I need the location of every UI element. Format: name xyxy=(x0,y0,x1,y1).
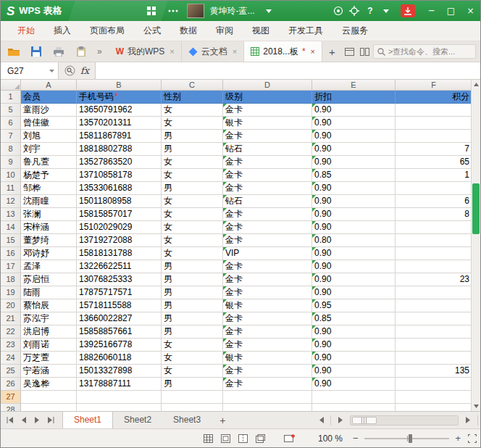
cell-E16[interactable]: 0.90 xyxy=(312,247,396,260)
cell-A19[interactable]: 陆雨 xyxy=(21,286,77,299)
settings-gear-icon[interactable] xyxy=(346,1,362,21)
cell-E24[interactable]: 0.90 xyxy=(312,352,396,365)
cell-C14[interactable]: 女 xyxy=(162,221,223,234)
scroll-up-icon[interactable] xyxy=(472,80,480,89)
cell-C24[interactable]: 女 xyxy=(162,352,223,365)
cell-E19[interactable]: 0.90 xyxy=(312,286,396,299)
row-header-21[interactable]: 21 xyxy=(1,312,21,325)
horizontal-scroll-track[interactable] xyxy=(350,415,459,426)
cell-F8[interactable]: 7 xyxy=(396,143,471,156)
cell-F10[interactable]: 1 xyxy=(396,169,471,182)
cell-D10[interactable]: 金卡 xyxy=(223,169,312,182)
cell-D18[interactable]: 金卡 xyxy=(223,273,312,286)
cell-D7[interactable]: 金卡 xyxy=(223,130,312,143)
sheet-tab-sheet3[interactable]: Sheet3 xyxy=(162,412,212,428)
scroll-left-icon[interactable] xyxy=(315,415,327,426)
zoom-slider[interactable] xyxy=(364,434,450,444)
cell-B23[interactable]: 13925166778 xyxy=(77,339,162,352)
cell-C9[interactable]: 女 xyxy=(162,156,223,169)
close-tab-icon[interactable]: × xyxy=(311,47,315,56)
tab-home[interactable]: 开始 xyxy=(8,21,44,41)
cell-E9[interactable]: 0.90 xyxy=(312,156,396,169)
tab-view[interactable]: 视图 xyxy=(243,21,279,41)
cell-E23[interactable]: 0.90 xyxy=(312,339,396,352)
cell-D5[interactable]: 金卡 xyxy=(223,104,312,117)
minimize-button[interactable]: ─ xyxy=(422,1,441,21)
cell-B19[interactable]: 17875717571 xyxy=(77,286,162,299)
cell-C5[interactable]: 女 xyxy=(162,104,223,117)
cell-F21[interactable] xyxy=(396,312,471,325)
cell-B24[interactable]: 18826060118 xyxy=(77,352,162,365)
cell-C8[interactable]: 男 xyxy=(162,143,223,156)
header-cell-E1[interactable]: 折扣 xyxy=(312,91,396,104)
cell-C10[interactable]: 女 xyxy=(162,169,223,182)
save-icon[interactable] xyxy=(28,43,44,59)
cell-A10[interactable]: 杨楚予 xyxy=(21,169,77,182)
cell-A22[interactable]: 洪启博 xyxy=(21,325,77,339)
cell-A6[interactable]: 曾佳徽 xyxy=(21,117,77,130)
column-header-C[interactable]: C xyxy=(162,80,223,91)
last-sheet-icon[interactable] xyxy=(45,415,57,426)
zoom-slider-thumb[interactable] xyxy=(409,434,412,443)
more-tools-chevron[interactable]: » xyxy=(97,46,102,57)
row-header-20[interactable]: 20 xyxy=(1,299,21,312)
cell-E21[interactable]: 0.85 xyxy=(312,312,396,325)
cell-B25[interactable]: 15013327898 xyxy=(77,365,162,378)
paste-icon[interactable] xyxy=(73,43,89,59)
cell-D26[interactable]: 金卡 xyxy=(223,378,312,391)
zoom-out-button[interactable]: − xyxy=(353,433,359,444)
cell-B22[interactable]: 15858857661 xyxy=(77,325,162,339)
vertical-scroll-thumb[interactable] xyxy=(472,183,480,234)
doc-tab-cloud-docs[interactable]: 云文档 × xyxy=(182,41,244,62)
cell-A8[interactable]: 刘宇 xyxy=(21,143,77,156)
cell-A5[interactable]: 童雨沙 xyxy=(21,104,77,117)
row-header-7[interactable]: 7 xyxy=(1,130,21,143)
cell-C26[interactable]: 男 xyxy=(162,378,223,391)
cell-E6[interactable]: 0.90 xyxy=(312,117,396,130)
cell-E7[interactable]: 0.90 xyxy=(312,130,396,143)
row-header-25[interactable]: 25 xyxy=(1,365,21,378)
cell-E25[interactable]: 0.90 xyxy=(312,365,396,378)
cell-D6[interactable]: 银卡 xyxy=(223,117,312,130)
cell-E10[interactable]: 0.85 xyxy=(312,169,396,182)
apps-grid-icon[interactable] xyxy=(143,1,159,21)
scroll-down-icon[interactable] xyxy=(472,402,480,411)
cell-B26[interactable]: 13178887111 xyxy=(77,378,162,391)
cell-F23[interactable] xyxy=(396,339,471,352)
row-header-24[interactable]: 24 xyxy=(1,352,21,365)
cell-C7[interactable]: 男 xyxy=(162,130,223,143)
cell-D22[interactable]: 金卡 xyxy=(223,325,312,339)
cell-F13[interactable]: 8 xyxy=(396,208,471,221)
scroll-right-end-icon[interactable] xyxy=(462,415,474,426)
close-tab-icon[interactable]: × xyxy=(233,47,237,56)
tab-review[interactable]: 审阅 xyxy=(206,21,243,41)
open-folder-icon[interactable] xyxy=(6,43,22,59)
row-header-1[interactable]: 1 xyxy=(1,91,21,104)
cell-D9[interactable]: 金卡 xyxy=(223,156,312,169)
cell-A20[interactable]: 蔡怡辰 xyxy=(21,299,77,312)
cell-D23[interactable]: 金卡 xyxy=(223,339,312,352)
cell-E5[interactable]: 0.90 xyxy=(312,104,396,117)
help-icon[interactable]: ? xyxy=(362,1,378,21)
cell-E22[interactable]: 0.90 xyxy=(312,325,396,339)
cell-B20[interactable]: 15718115588 xyxy=(77,299,162,312)
doc-tab-active-workbook[interactable]: 2018...板 * × xyxy=(244,41,322,62)
row-header-23[interactable]: 23 xyxy=(1,339,21,352)
page-break-view-icon[interactable] xyxy=(238,434,248,443)
cell-A18[interactable]: 苏启恒 xyxy=(21,273,77,286)
cell-C13[interactable]: 女 xyxy=(162,208,223,221)
cell-F5[interactable] xyxy=(396,104,471,117)
cell-C12[interactable]: 女 xyxy=(162,195,223,208)
cell-D24[interactable]: 银卡 xyxy=(223,352,312,365)
cell-F27[interactable] xyxy=(396,391,471,404)
cell-D19[interactable]: 金卡 xyxy=(223,286,312,299)
header-cell-A1[interactable]: 会员 xyxy=(21,91,77,104)
custom-view-icon[interactable] xyxy=(256,434,265,443)
cell-F12[interactable]: 6 xyxy=(396,195,471,208)
cell-C18[interactable]: 男 xyxy=(162,273,223,286)
tab-cloud-service[interactable]: 云服务 xyxy=(332,21,377,41)
titlebar-caret-icon[interactable] xyxy=(378,1,394,21)
row-header-16[interactable]: 16 xyxy=(1,247,21,260)
cell-D15[interactable]: 金卡 xyxy=(223,234,312,247)
cell-A25[interactable]: 宁若涵 xyxy=(21,365,77,378)
